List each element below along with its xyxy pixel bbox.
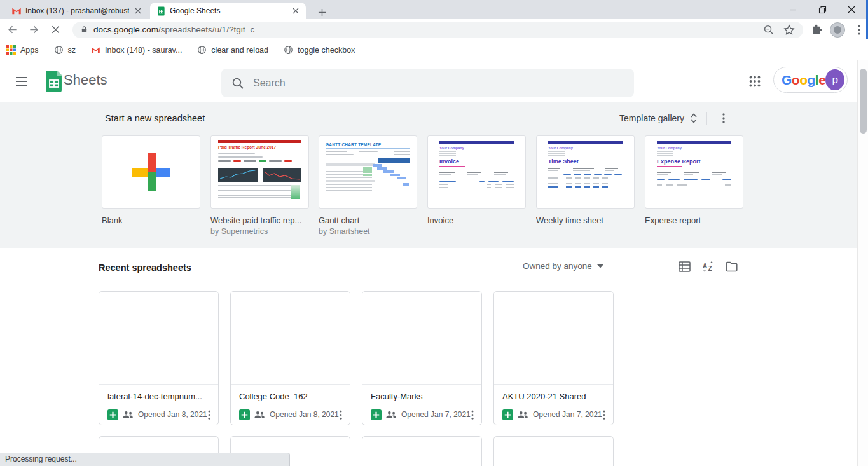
sort-az-icon[interactable]: AZ bbox=[699, 258, 716, 275]
mini-line-chart-red bbox=[263, 168, 302, 182]
file-title: lateral-14-dec-tempnum... bbox=[107, 392, 213, 401]
file-thumbnail bbox=[362, 292, 481, 385]
minimize-icon[interactable] bbox=[778, 0, 808, 19]
bookmark-toggle-checkbox[interactable]: toggle checkbox bbox=[284, 45, 355, 55]
file-thumbnail bbox=[231, 292, 350, 385]
file-title: Faculty-Marks bbox=[371, 392, 476, 401]
shared-people-icon bbox=[122, 410, 134, 419]
file-thumbnail bbox=[99, 292, 218, 385]
file-card[interactable]: AKTU 2020-21 Shared Opened Jan 7, 2021 bbox=[493, 291, 614, 425]
template-card-blank[interactable] bbox=[102, 135, 200, 209]
template-card-expense-wrap: Your Company Expense Report Expense repo… bbox=[645, 135, 743, 225]
mini-table bbox=[218, 185, 301, 199]
template-label: Expense report bbox=[645, 216, 743, 225]
template-section-title: Start a new spreadsheet bbox=[105, 113, 205, 123]
shared-people-icon bbox=[385, 410, 397, 419]
google-apps-grid-icon[interactable] bbox=[742, 69, 768, 94]
template-card-expense[interactable]: Your Company Expense Report bbox=[645, 135, 743, 209]
template-card-gantt-wrap: GANTT CHART TEMPLATE bbox=[319, 135, 417, 236]
sheets-file-icon bbox=[107, 409, 118, 420]
template-card-traffic-report[interactable]: Paid Traffic Report June 2017 bbox=[210, 135, 309, 209]
folder-icon[interactable] bbox=[723, 258, 740, 275]
tab-google-sheets[interactable]: Google Sheets bbox=[150, 3, 306, 19]
search-bar[interactable] bbox=[221, 69, 634, 97]
template-preview-timesheet: Your Company Time Sheet bbox=[548, 141, 623, 203]
template-preview-invoice: Your Company Invoice bbox=[439, 141, 514, 203]
close-tab-icon[interactable] bbox=[133, 6, 143, 16]
file-card[interactable]: lateral-14-dec-tempnum... Opened Jan 8, … bbox=[99, 291, 219, 425]
account-avatar[interactable]: p bbox=[825, 69, 844, 90]
sheets-favicon bbox=[156, 6, 166, 16]
stop-loading-icon[interactable] bbox=[47, 21, 65, 39]
mini-line-chart-blue bbox=[218, 168, 258, 182]
template-label: Website paid traffic rep... bbox=[210, 216, 309, 225]
gmail-icon bbox=[11, 6, 22, 16]
expand-collapse-icon[interactable] bbox=[690, 113, 698, 124]
google-logo: Google bbox=[782, 72, 825, 88]
globe-icon bbox=[197, 45, 207, 55]
chevron-down-icon bbox=[597, 264, 603, 268]
bookmark-inbox[interactable]: Inbox (148) - saurav... bbox=[91, 45, 182, 55]
main-menu-hamburger-icon[interactable] bbox=[9, 69, 34, 94]
file-menu-kebab-icon[interactable] bbox=[207, 407, 212, 422]
gmail-icon bbox=[91, 45, 100, 55]
browser-tab-strip: Inbox (137) - prashant@robustre Google S… bbox=[0, 0, 868, 19]
template-card-blank-wrap: Blank bbox=[102, 135, 200, 225]
tab-title: Inbox (137) - prashant@robustre bbox=[25, 6, 129, 15]
bookmark-sz[interactable]: sz bbox=[54, 45, 76, 55]
close-window-icon[interactable] bbox=[837, 0, 866, 19]
template-label: Weekly time sheet bbox=[536, 216, 635, 225]
file-card[interactable] bbox=[362, 436, 482, 466]
template-section-menu-kebab-icon[interactable] bbox=[716, 111, 731, 126]
owned-by-filter[interactable]: Owned by anyone bbox=[523, 261, 603, 271]
browser-profile-avatar[interactable] bbox=[829, 21, 846, 39]
bookmark-star-icon[interactable] bbox=[782, 22, 797, 38]
search-input[interactable] bbox=[253, 78, 624, 89]
template-section: Start a new spreadsheet Template gallery… bbox=[0, 102, 868, 248]
template-card-gantt[interactable]: GANTT CHART TEMPLATE bbox=[319, 135, 417, 209]
tab-gmail[interactable]: Inbox (137) - prashant@robustre bbox=[5, 3, 148, 19]
file-card[interactable]: Faculty-Marks Opened Jan 7, 2021 bbox=[362, 291, 482, 425]
zoom-icon[interactable] bbox=[761, 22, 776, 38]
file-card[interactable]: College Code_162 Opened Jan 8, 2021 bbox=[230, 291, 350, 425]
list-view-icon[interactable] bbox=[676, 258, 692, 275]
sheets-file-icon bbox=[239, 409, 250, 420]
scrollbar-thumb[interactable] bbox=[860, 69, 867, 134]
template-card-traffic-wrap: Paid Traffic Report June 2017 bbox=[210, 135, 309, 236]
browser-menu-kebab-icon[interactable] bbox=[850, 21, 868, 39]
template-card-timesheet-wrap: Your Company Time Sheet Weekly time shee… bbox=[536, 135, 635, 225]
file-opened-date: Opened Jan 7, 2021 bbox=[533, 410, 602, 419]
page-scrollbar[interactable] bbox=[857, 60, 868, 466]
address-bar[interactable]: docs.google.com/spreadsheets/u/1/?tgif=c bbox=[72, 22, 803, 38]
back-icon[interactable] bbox=[4, 21, 22, 39]
template-author: by Supermetrics bbox=[210, 227, 309, 236]
sheets-logo-icon[interactable] bbox=[46, 71, 62, 93]
template-gallery-button[interactable]: Template gallery bbox=[619, 113, 684, 123]
sheets-app-header: Sheets Google p bbox=[0, 60, 868, 102]
shared-people-icon bbox=[517, 410, 528, 419]
bookmark-apps[interactable]: Apps bbox=[6, 45, 39, 55]
app-name: Sheets bbox=[64, 72, 107, 88]
file-menu-kebab-icon[interactable] bbox=[471, 407, 475, 422]
template-card-timesheet[interactable]: Your Company Time Sheet bbox=[536, 135, 635, 209]
file-opened-date: Opened Jan 8, 2021 bbox=[138, 410, 207, 419]
restore-icon[interactable] bbox=[808, 0, 837, 19]
bookmark-clear-and-reload[interactable]: clear and reload bbox=[197, 45, 268, 55]
sheets-file-icon bbox=[502, 409, 513, 420]
google-account-pill[interactable]: Google p bbox=[773, 67, 848, 93]
new-tab-button[interactable] bbox=[314, 4, 329, 20]
file-menu-kebab-icon[interactable] bbox=[339, 407, 343, 422]
file-card-wrap: AKTU 2020-21 Shared Opened Jan 7, 2021 bbox=[493, 291, 614, 425]
shared-people-icon bbox=[254, 410, 265, 419]
extensions-puzzle-icon[interactable] bbox=[807, 21, 825, 39]
template-card-invoice[interactable]: Your Company Invoice bbox=[427, 135, 526, 209]
divider bbox=[706, 112, 707, 125]
forward-icon[interactable] bbox=[25, 21, 43, 39]
tab-title: Google Sheets bbox=[170, 6, 287, 15]
file-menu-kebab-icon[interactable] bbox=[602, 407, 607, 422]
template-gallery-controls: Template gallery bbox=[619, 109, 731, 127]
template-preview-gantt: GANTT CHART TEMPLATE bbox=[326, 142, 410, 202]
file-thumbnail bbox=[494, 292, 613, 385]
file-card[interactable] bbox=[493, 436, 614, 466]
close-tab-icon[interactable] bbox=[291, 6, 301, 16]
